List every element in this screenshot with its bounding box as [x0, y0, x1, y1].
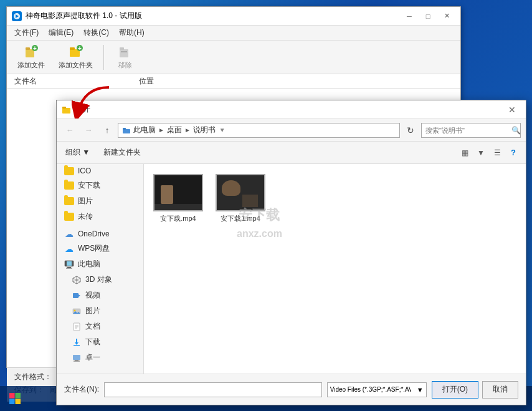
new-folder-button[interactable]: 新建文件夹 [98, 145, 146, 160]
remove-button[interactable]: 移除 [109, 41, 141, 73]
svg-point-28 [74, 309, 76, 311]
folder-icon [64, 181, 74, 190]
toolbar: + 添加文件 + 添加文件夹 [7, 41, 460, 74]
file-name-2: 安下载1.mp4 [221, 214, 260, 223]
svg-rect-37 [73, 355, 80, 360]
add-folder-button[interactable]: + 添加文件夹 [53, 41, 98, 73]
sidebar-item-3d-objects[interactable]: 3D 对象 [57, 272, 143, 288]
breadcrumb-bar[interactable]: 此电脑 ► 桌面 ► 说明书 ▼ [118, 123, 400, 138]
start-button[interactable] [2, 386, 27, 411]
file-item-1[interactable]: 安下载.mp4 [150, 170, 206, 227]
folder-icon [64, 167, 74, 175]
svg-marker-35 [75, 342, 78, 345]
dialog-title-bar: 打开 ✕ [57, 100, 526, 119]
windows-logo [9, 392, 21, 405]
sidebar-item-wpsdisk[interactable]: ☁ WPS网盘 [57, 241, 143, 256]
svg-rect-38 [75, 360, 78, 360]
sidebar-item-images[interactable]: 图片 [57, 303, 143, 319]
svg-rect-11 [120, 47, 124, 50]
filetype-label: Video Files (*.3GP;*.ASF;*.AVI ... [330, 386, 411, 393]
col-filename: 文件名 [9, 75, 134, 88]
desktop-icon [72, 354, 82, 362]
sidebar-item-untransmitted[interactable]: 未传 [57, 209, 143, 225]
toolbar-separator [103, 45, 104, 70]
video-preview-2 [217, 175, 264, 210]
dialog-action-buttons: 打开(O) 取消 [432, 381, 518, 399]
svg-rect-16 [123, 128, 126, 130]
dialog-title-text: 打开 [75, 104, 90, 115]
open-button[interactable]: 打开(O) [432, 381, 478, 399]
dialog-close-button[interactable]: ✕ [503, 104, 521, 116]
dialog-title-left: 打开 [62, 104, 90, 115]
file-thumbnail-1 [153, 174, 203, 211]
minimize-button[interactable]: ─ [401, 10, 418, 22]
add-file-icon: + [24, 44, 39, 59]
dialog-sidebar: ICO 安下载 图片 [57, 164, 144, 374]
help-button[interactable]: ? [506, 145, 521, 160]
sidebar-item-documents[interactable]: 文档 [57, 319, 143, 334]
dialog-nav-toolbar: ← → ↑ 此电脑 ► 桌面 ► 说明书 ▼ ↻ [57, 119, 526, 142]
svg-rect-39 [74, 360, 80, 361]
sidebar-item-videos[interactable]: 视频 [57, 288, 143, 303]
app-title: 神奇电影原声提取软件 1.0 - 试用版 [26, 11, 142, 21]
sidebar-item-pictures[interactable]: 图片 [57, 193, 143, 209]
search-box: 🔍 [421, 123, 521, 138]
menu-edit[interactable]: 编辑(E) [44, 26, 78, 39]
close-button[interactable]: ✕ [438, 10, 455, 22]
file-item-2[interactable]: 安下载1.mp4 [212, 170, 268, 227]
filename-label: 文件名(N): [64, 384, 99, 395]
filetype-dropdown-arrow: ▼ [417, 386, 424, 394]
dialog-inner: ← → ↑ 此电脑 ► 桌面 ► 说明书 ▼ ↻ [57, 119, 526, 405]
view-details-button[interactable]: ☰ [490, 145, 505, 160]
sidebar-item-download[interactable]: 安下载 [57, 178, 143, 193]
add-file-button[interactable]: + 添加文件 [12, 41, 50, 73]
svg-rect-18 [67, 261, 72, 266]
svg-rect-40 [9, 393, 15, 399]
sidebar-item-this-pc[interactable]: 此电脑 [57, 256, 143, 272]
maximize-button[interactable]: □ [419, 10, 437, 22]
menu-convert[interactable]: 转换(C) [78, 26, 114, 39]
svg-rect-41 [16, 393, 21, 399]
add-folder-icon: + [69, 44, 83, 59]
sidebar-item-ico[interactable]: ICO [57, 164, 143, 178]
svg-marker-26 [78, 294, 80, 297]
breadcrumb-dropdown: ▼ [219, 127, 226, 133]
sidebar-item-zhuo[interactable]: 卓一 [57, 350, 143, 365]
cloud-icon: ☁ [64, 244, 74, 253]
video-icon [72, 291, 82, 300]
nav-forward-button[interactable]: → [80, 122, 97, 138]
documents-icon [72, 322, 82, 331]
svg-rect-25 [73, 293, 78, 298]
nav-back-button[interactable]: ← [62, 122, 78, 138]
menu-bar: 文件(F) 编辑(E) 转换(C) 帮助(H) [7, 26, 460, 41]
search-icon[interactable]: 🔍 [511, 126, 521, 135]
breadcrumb-pc: 此电脑 [133, 125, 156, 135]
title-bar-controls: ─ □ ✕ [401, 10, 455, 22]
downloads-icon [72, 338, 82, 347]
title-bar-left: 神奇电影原声提取软件 1.0 - 试用版 [12, 11, 142, 21]
sidebar-section-folders: ICO 安下载 图片 [57, 164, 143, 225]
new-folder-label: 新建文件夹 [103, 148, 141, 157]
filetype-select[interactable]: Video Files (*.3GP;*.ASF;*.AVI ... ▼ [327, 382, 427, 397]
sidebar-item-onedrive[interactable]: ☁ OneDrive [57, 227, 143, 241]
view-grid-button[interactable]: ▦ [457, 145, 472, 160]
organize-button[interactable]: 组织 ▼ [62, 145, 93, 160]
filename-input[interactable] [105, 383, 321, 397]
view-dropdown-button[interactable]: ▼ [473, 145, 488, 160]
cancel-button[interactable]: 取消 [482, 381, 518, 399]
sidebar-item-downloads[interactable]: 下载 [57, 334, 143, 350]
svg-rect-3 [26, 47, 30, 50]
nav-up-button[interactable]: ↑ [99, 122, 115, 138]
menu-help[interactable]: 帮助(H) [114, 26, 150, 39]
dialog-title-icon [62, 105, 72, 115]
search-input[interactable] [425, 127, 511, 134]
format-label: 文件格式： [14, 372, 52, 382]
breadcrumb-arrow-2: ► [184, 127, 191, 133]
menu-file[interactable]: 文件(F) [9, 26, 44, 39]
add-folder-label: 添加文件夹 [59, 60, 93, 70]
svg-rect-19 [67, 267, 71, 268]
svg-rect-10 [120, 49, 128, 57]
pc-icon [64, 260, 74, 269]
svg-rect-42 [9, 399, 15, 405]
refresh-button[interactable]: ↻ [402, 122, 419, 138]
